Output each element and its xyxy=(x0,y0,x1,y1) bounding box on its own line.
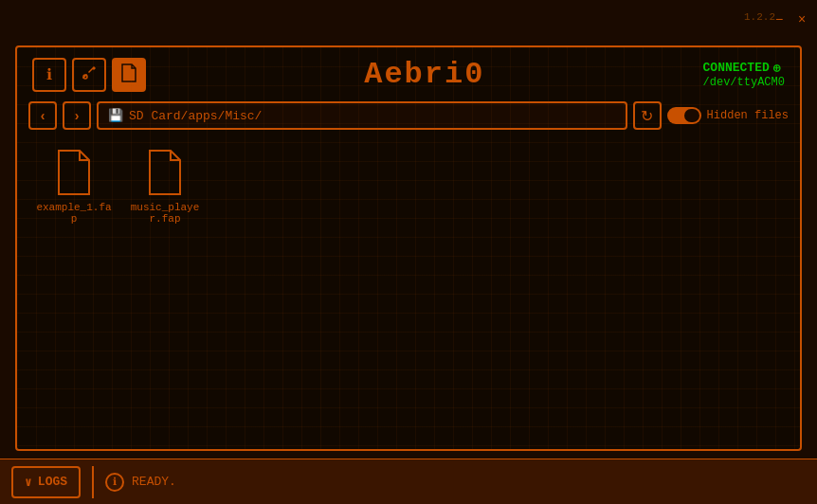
tools-icon xyxy=(81,64,98,85)
connected-text: CONNECTED xyxy=(703,61,770,75)
hidden-files-toggle[interactable]: Hidden files xyxy=(667,107,789,124)
connection-info: CONNECTED ⊕ /dev/ttyACM0 xyxy=(703,61,785,89)
files-button[interactable] xyxy=(112,58,146,92)
file-name-music: music_player.fap xyxy=(127,202,203,225)
forward-button[interactable]: › xyxy=(63,101,91,130)
app-frame: ℹ xyxy=(15,45,802,451)
toggle-knob xyxy=(684,109,699,122)
status-text-area: ℹ READY. xyxy=(105,473,176,492)
info-icon-inner: ℹ xyxy=(113,476,117,488)
main-content: ℹ xyxy=(0,38,817,459)
sd-card-icon: 💾 xyxy=(108,108,123,123)
logs-chevron-icon: ∨ xyxy=(25,475,32,490)
main-window: 1.2.2 − × ℹ xyxy=(0,0,817,504)
list-item[interactable]: example_1.fap xyxy=(36,149,112,225)
nav-bar: ‹ › 💾 SD Card/apps/Misc/ ↻ Hidden files xyxy=(17,101,800,139)
connected-label: CONNECTED ⊕ xyxy=(703,61,785,76)
status-text: READY. xyxy=(132,475,176,489)
file-area: example_1.fap music_player.fap xyxy=(17,139,800,449)
usb-icon: ⊕ xyxy=(773,61,781,76)
file-name-example: example_1.fap xyxy=(36,202,112,225)
file-icon xyxy=(120,63,137,86)
file-icon-example xyxy=(55,149,93,196)
logs-label: LOGS xyxy=(38,475,67,489)
back-button[interactable]: ‹ xyxy=(28,101,57,130)
info-icon: ℹ xyxy=(46,65,52,83)
toolbar-buttons: ℹ xyxy=(32,58,146,92)
info-button[interactable]: ℹ xyxy=(32,58,66,92)
list-item[interactable]: music_player.fap xyxy=(127,149,203,225)
app-header: ℹ xyxy=(17,47,800,101)
logs-button[interactable]: ∨ LOGS xyxy=(11,466,81,498)
path-bar: 💾 SD Card/apps/Misc/ xyxy=(97,101,627,130)
hidden-files-label: Hidden files xyxy=(707,109,789,122)
title-bar: 1.2.2 − × xyxy=(0,0,817,38)
status-divider xyxy=(92,466,94,498)
version-label: 1.2.2 xyxy=(744,11,775,23)
file-icon-music xyxy=(146,149,184,196)
path-text: SD Card/apps/Misc/ xyxy=(129,109,616,123)
refresh-button[interactable]: ↻ xyxy=(633,101,662,130)
status-info-icon: ℹ xyxy=(105,473,124,492)
tools-button[interactable] xyxy=(72,58,106,92)
app-logo: Aebri0 xyxy=(364,57,484,92)
close-button[interactable]: × xyxy=(794,11,809,27)
hidden-files-switch[interactable] xyxy=(667,107,701,124)
status-bar: ∨ LOGS ℹ READY. xyxy=(0,459,817,504)
device-label: /dev/ttyACM0 xyxy=(703,76,785,89)
